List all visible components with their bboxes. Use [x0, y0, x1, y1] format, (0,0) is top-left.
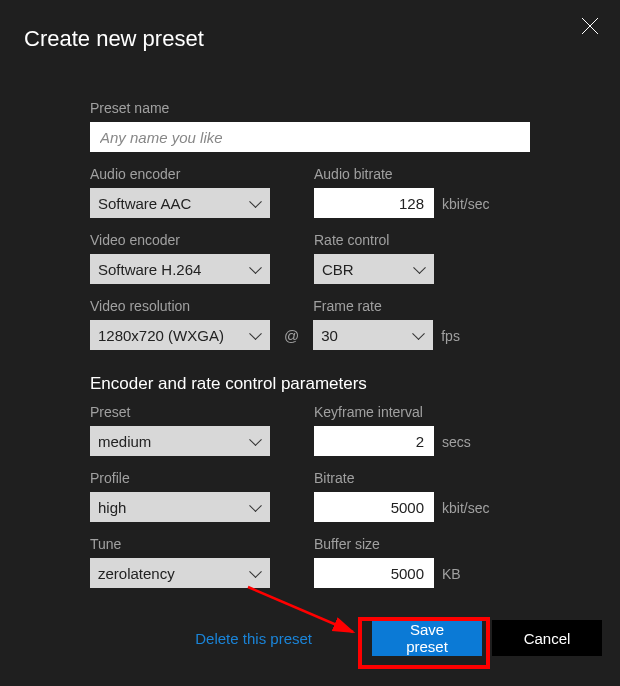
tune-label: Tune	[90, 536, 270, 552]
profile-select[interactable]: high	[90, 492, 270, 522]
keyframe-input[interactable]	[314, 426, 434, 456]
cancel-button[interactable]: Cancel	[492, 620, 602, 656]
save-preset-button[interactable]: Save preset	[372, 620, 482, 656]
audio-encoder-select[interactable]: Software AAC	[90, 188, 270, 218]
delete-preset-button[interactable]: Delete this preset	[195, 630, 312, 647]
tune-value: zerolatency	[98, 565, 175, 582]
frame-rate-label: Frame rate	[313, 298, 433, 314]
frame-rate-unit: fps	[441, 328, 460, 350]
preset-label: Preset	[90, 404, 270, 420]
form-area: Preset name Audio encoder Software AAC A…	[0, 52, 540, 588]
audio-encoder-label: Audio encoder	[90, 166, 270, 182]
frame-rate-select[interactable]: 30	[313, 320, 433, 350]
footer: Delete this preset Save preset Cancel	[195, 620, 602, 656]
rate-control-select[interactable]: CBR	[314, 254, 434, 284]
profile-label: Profile	[90, 470, 270, 486]
audio-bitrate-unit: kbit/sec	[442, 196, 489, 218]
buffer-input[interactable]	[314, 558, 434, 588]
buffer-unit: KB	[442, 566, 461, 588]
at-symbol: @	[270, 327, 313, 350]
preset-select[interactable]: medium	[90, 426, 270, 456]
audio-encoder-value: Software AAC	[98, 195, 191, 212]
keyframe-unit: secs	[442, 434, 471, 456]
preset-value: medium	[98, 433, 151, 450]
profile-value: high	[98, 499, 126, 516]
audio-bitrate-input[interactable]	[314, 188, 434, 218]
frame-rate-value: 30	[321, 327, 338, 344]
bitrate-label: Bitrate	[314, 470, 434, 486]
bitrate-unit: kbit/sec	[442, 500, 489, 522]
buffer-label: Buffer size	[314, 536, 434, 552]
video-encoder-label: Video encoder	[90, 232, 270, 248]
keyframe-label: Keyframe interval	[314, 404, 434, 420]
video-resolution-select[interactable]: 1280x720 (WXGA)	[90, 320, 270, 350]
rate-control-label: Rate control	[314, 232, 434, 248]
video-resolution-label: Video resolution	[90, 298, 270, 314]
video-resolution-value: 1280x720 (WXGA)	[98, 327, 224, 344]
bitrate-input[interactable]	[314, 492, 434, 522]
tune-select[interactable]: zerolatency	[90, 558, 270, 588]
preset-name-input[interactable]	[90, 122, 530, 152]
rate-control-value: CBR	[322, 261, 354, 278]
video-encoder-select[interactable]: Software H.264	[90, 254, 270, 284]
preset-name-label: Preset name	[90, 100, 530, 116]
section-header: Encoder and rate control parameters	[90, 374, 540, 394]
audio-bitrate-label: Audio bitrate	[314, 166, 434, 182]
close-icon[interactable]	[578, 14, 602, 38]
video-encoder-value: Software H.264	[98, 261, 201, 278]
dialog-title: Create new preset	[0, 0, 620, 52]
